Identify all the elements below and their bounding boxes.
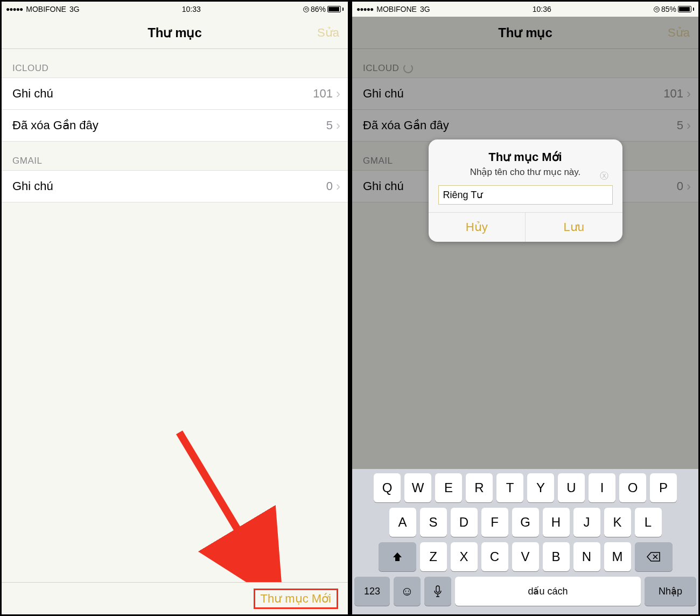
key-z[interactable]: Z [420, 542, 447, 571]
key-s[interactable]: S [420, 508, 447, 537]
status-bar: ●●●●● MOBIFONE 3G 10:33 ⟲ 86% [2, 2, 348, 17]
folder-label: Đã xóa Gần đây [12, 118, 326, 132]
folder-row-notes[interactable]: Ghi chú 101 › [2, 78, 348, 110]
phone-screen-right: ●●●●● MOBIFONE 3G 10:36 ⟲ 85% Thư mục Sử… [352, 1, 699, 615]
carrier-label: MOBIFONE [26, 5, 66, 13]
alert-title: Thư mục Mới [429, 139, 622, 166]
key-p[interactable]: P [650, 473, 677, 502]
space-key[interactable]: dấu cách [455, 577, 641, 606]
annotation-arrow-icon [169, 422, 287, 594]
chevron-right-icon: › [336, 179, 340, 194]
battery-icon [678, 6, 691, 12]
mic-key[interactable] [424, 577, 451, 606]
save-button[interactable]: Lưu [525, 213, 622, 242]
svg-line-0 [179, 432, 260, 567]
folder-row-recently-deleted[interactable]: Đã xóa Gần đây 5 › [2, 109, 348, 142]
section-header-gmail: GMAIL [2, 142, 348, 171]
section-header-icloud: ICLOUD [2, 49, 348, 78]
key-w[interactable]: W [404, 473, 431, 502]
key-l[interactable]: L [635, 508, 662, 537]
signal-dots-icon: ●●●●● [356, 5, 373, 13]
keyboard: QWERTYUIOP ASDFGHJKL ZXCVBNM 123 ☺ dấu c… [352, 469, 698, 614]
shift-key[interactable] [379, 542, 416, 571]
key-n[interactable]: N [573, 542, 600, 571]
orientation-lock-icon: ⟲ [654, 6, 660, 12]
new-folder-button[interactable]: Thư mục Mới [254, 589, 338, 609]
phone-screen-left: ●●●●● MOBIFONE 3G 10:33 ⟲ 86% Thư mục Sử… [1, 1, 348, 615]
orientation-lock-icon: ⟲ [303, 6, 309, 12]
folder-name-input[interactable] [438, 185, 613, 205]
new-folder-alert: Thư mục Mới Nhập tên cho thư mục này. ⓧ … [429, 139, 622, 242]
key-o[interactable]: O [619, 473, 646, 502]
folder-label: Ghi chú [12, 179, 326, 193]
chevron-right-icon: › [336, 86, 340, 101]
folder-count: 0 [326, 179, 333, 193]
emoji-key[interactable]: ☺ [394, 577, 421, 606]
page-title: Thư mục [148, 25, 202, 40]
key-g[interactable]: G [512, 508, 539, 537]
key-y[interactable]: Y [527, 473, 554, 502]
folder-row-gmail-notes[interactable]: Ghi chú 0 › [2, 170, 348, 202]
key-c[interactable]: C [481, 542, 508, 571]
network-label: 3G [69, 5, 80, 13]
alert-message: Nhập tên cho thư mục này. [429, 166, 622, 185]
key-r[interactable]: R [466, 473, 493, 502]
folder-count: 5 [326, 118, 333, 132]
key-u[interactable]: U [558, 473, 585, 502]
key-v[interactable]: V [512, 542, 539, 571]
edit-button[interactable]: Sửa [317, 26, 339, 40]
cancel-button[interactable]: Hủy [429, 213, 526, 242]
key-e[interactable]: E [435, 473, 462, 502]
status-bar: ●●●●● MOBIFONE 3G 10:36 ⟲ 85% [352, 2, 698, 17]
key-a[interactable]: A [389, 508, 416, 537]
key-h[interactable]: H [543, 508, 570, 537]
key-b[interactable]: B [543, 542, 570, 571]
return-key[interactable]: Nhập [645, 577, 696, 606]
battery-icon [327, 6, 341, 12]
signal-dots-icon: ●●●●● [6, 5, 23, 13]
key-i[interactable]: I [589, 473, 615, 502]
chevron-right-icon: › [336, 118, 340, 133]
clock-label: 10:36 [533, 5, 551, 13]
key-t[interactable]: T [496, 473, 523, 502]
key-m[interactable]: M [604, 542, 631, 571]
clock-label: 10:33 [182, 5, 201, 13]
key-j[interactable]: J [573, 508, 600, 537]
key-x[interactable]: X [451, 542, 478, 571]
bottom-toolbar: Thư mục Mới [2, 582, 348, 614]
clear-input-icon[interactable]: ⓧ [600, 171, 608, 182]
svg-rect-1 [436, 586, 439, 592]
numbers-key[interactable]: 123 [354, 577, 390, 606]
battery-percent: 86% [311, 5, 326, 13]
key-f[interactable]: F [481, 508, 508, 537]
nav-bar: Thư mục Sửa [2, 17, 348, 49]
battery-percent: 85% [661, 5, 676, 13]
key-k[interactable]: K [604, 508, 631, 537]
folder-label: Ghi chú [12, 87, 313, 101]
key-q[interactable]: Q [374, 473, 401, 502]
network-label: 3G [420, 5, 430, 13]
carrier-label: MOBIFONE [376, 5, 417, 13]
backspace-key[interactable] [635, 542, 673, 571]
folder-count: 101 [313, 87, 333, 101]
key-d[interactable]: D [451, 508, 478, 537]
